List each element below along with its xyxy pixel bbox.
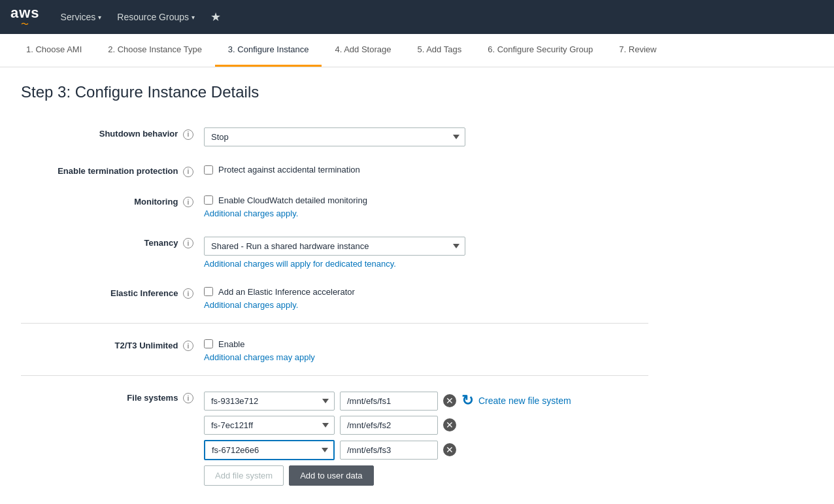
file-systems-label: File systems — [127, 393, 178, 403]
termination-protection-row: Enable termination protection i Protect … — [21, 154, 648, 185]
aws-logo-smile: 〜 — [21, 20, 29, 28]
wizard-step-tabs: 1. Choose AMI 2. Choose Instance Type 3.… — [0, 34, 834, 67]
file-system-select-3[interactable]: fs-6712e6e6 — [204, 440, 335, 460]
shutdown-behavior-select[interactable]: Stop Terminate — [204, 127, 465, 146]
tab-configure-instance[interactable]: 3. Configure Instance — [215, 34, 322, 67]
tab-choose-ami[interactable]: 1. Choose AMI — [13, 34, 95, 67]
favorites-star-icon[interactable]: ★ — [210, 10, 221, 24]
configure-instance-form: Shutdown behavior i Stop Terminate Enabl… — [21, 117, 648, 494]
file-system-buttons: Add file system Add to user data — [204, 465, 648, 486]
file-system-select-1[interactable]: fs-9313e712 — [204, 392, 335, 411]
monitoring-label: Monitoring — [134, 197, 178, 207]
monitoring-checkbox-label[interactable]: Enable CloudWatch detailed monitoring — [204, 195, 648, 205]
remove-file-system-icon-3[interactable]: ✕ — [443, 443, 456, 456]
file-systems-info-icon[interactable]: i — [183, 393, 193, 403]
termination-protection-checkbox-text: Protect against accidental termination — [218, 165, 360, 175]
termination-protection-checkbox-label[interactable]: Protect against accidental termination — [204, 165, 648, 175]
resource-groups-nav-item[interactable]: Resource Groups ▾ — [117, 12, 195, 22]
file-system-row-3: fs-6712e6e6 ✕ — [204, 440, 648, 460]
aws-logo-text: aws — [10, 6, 40, 20]
monitoring-info-icon[interactable]: i — [183, 197, 193, 207]
t2t3-unlimited-charges-link[interactable]: Additional charges may apply — [204, 352, 315, 362]
services-label: Services — [61, 12, 96, 22]
elastic-inference-checkbox-text: Add an Elastic Inference accelerator — [218, 287, 355, 297]
shutdown-behavior-label: Shutdown behavior — [99, 129, 178, 139]
mount-path-input-2[interactable] — [340, 416, 438, 435]
termination-protection-info-icon[interactable]: i — [183, 167, 193, 177]
t2t3-unlimited-checkbox-label[interactable]: Enable — [204, 339, 648, 349]
elastic-inference-info-icon[interactable]: i — [183, 288, 193, 299]
file-systems-row: File systems i fs-9313e712 ✕ ↻ Create ne… — [21, 375, 648, 494]
elastic-inference-label: Elastic Inference — [110, 288, 178, 298]
tenancy-charges-link[interactable]: Additional charges will apply for dedica… — [204, 259, 396, 269]
termination-protection-checkbox[interactable] — [204, 165, 213, 175]
tenancy-row: Tenancy i Shared - Run a shared hardware… — [21, 226, 648, 277]
mount-path-input-3[interactable] — [340, 441, 438, 460]
file-system-select-2[interactable]: fs-7ec121ff — [204, 416, 335, 435]
tab-add-tags[interactable]: 5. Add Tags — [404, 34, 475, 67]
create-file-system-link[interactable]: Create new file system — [478, 395, 571, 406]
tab-review[interactable]: 7. Review — [606, 34, 669, 67]
monitoring-checkbox-text: Enable CloudWatch detailed monitoring — [218, 195, 367, 205]
shutdown-behavior-info-icon[interactable]: i — [183, 129, 193, 140]
services-chevron-icon: ▾ — [98, 14, 101, 21]
t2t3-unlimited-info-icon[interactable]: i — [183, 341, 193, 351]
tab-configure-security-group[interactable]: 6. Configure Security Group — [475, 34, 606, 67]
file-system-row-1: fs-9313e712 ✕ ↻ Create new file system — [204, 392, 648, 411]
resource-groups-label: Resource Groups — [117, 12, 189, 22]
tab-choose-instance-type[interactable]: 2. Choose Instance Type — [95, 34, 215, 67]
elastic-inference-checkbox[interactable] — [204, 287, 213, 296]
tenancy-info-icon[interactable]: i — [183, 238, 193, 248]
main-content: Step 3: Configure Instance Details Shutd… — [0, 67, 834, 504]
add-to-user-data-button[interactable]: Add to user data — [289, 465, 373, 486]
tenancy-select[interactable]: Shared - Run a shared hardware instance … — [204, 237, 465, 256]
tenancy-label: Tenancy — [144, 238, 178, 248]
t2t3-unlimited-checkbox[interactable] — [204, 339, 213, 348]
monitoring-row: Monitoring i Enable CloudWatch detailed … — [21, 185, 648, 226]
aws-logo: aws 〜 — [10, 6, 40, 28]
page-title: Step 3: Configure Instance Details — [21, 83, 813, 101]
resource-groups-chevron-icon: ▾ — [192, 14, 195, 21]
remove-file-system-icon-1[interactable]: ✕ — [443, 394, 456, 407]
top-navigation: aws 〜 Services ▾ Resource Groups ▾ ★ — [0, 0, 834, 34]
mount-path-input-1[interactable] — [340, 392, 438, 411]
file-system-row-2: fs-7ec121ff ✕ — [204, 416, 648, 435]
t2t3-unlimited-label: T2/T3 Unlimited — [115, 341, 178, 350]
t2t3-unlimited-row: T2/T3 Unlimited i Enable Additional char… — [21, 323, 648, 370]
elastic-inference-checkbox-label[interactable]: Add an Elastic Inference accelerator — [204, 287, 648, 297]
monitoring-checkbox[interactable] — [204, 195, 213, 205]
t2t3-unlimited-checkbox-text: Enable — [218, 339, 244, 349]
add-file-system-button: Add file system — [204, 465, 284, 486]
refresh-icon-1[interactable]: ↻ — [461, 392, 473, 409]
services-nav-item[interactable]: Services ▾ — [61, 12, 102, 22]
elastic-inference-charges-link[interactable]: Additional charges apply. — [204, 300, 298, 310]
shutdown-behavior-row: Shutdown behavior i Stop Terminate — [21, 117, 648, 154]
elastic-inference-row: Elastic Inference i Add an Elastic Infer… — [21, 277, 648, 318]
remove-file-system-icon-2[interactable]: ✕ — [443, 418, 456, 431]
tab-add-storage[interactable]: 4. Add Storage — [322, 34, 404, 67]
termination-protection-label: Enable termination protection — [58, 166, 178, 176]
monitoring-charges-link[interactable]: Additional charges apply. — [204, 209, 298, 218]
